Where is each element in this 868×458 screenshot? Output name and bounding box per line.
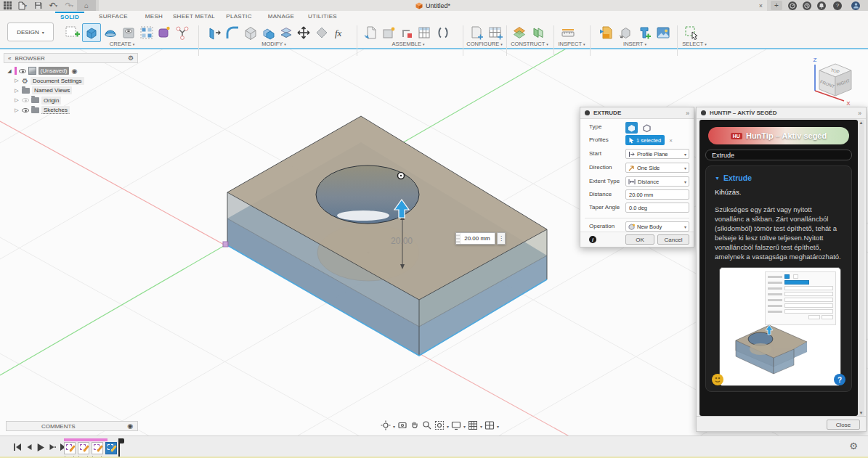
tab-plastic[interactable]: PLASTIC: [222, 12, 256, 21]
create-form-button[interactable]: [155, 23, 174, 42]
timeline-sketch3[interactable]: [92, 442, 103, 454]
timeline-sketch4-active[interactable]: [105, 442, 117, 454]
configuration-button[interactable]: [467, 23, 486, 42]
comments-dot-icon[interactable]: ◉: [127, 422, 133, 430]
fillet-button[interactable]: [223, 23, 242, 42]
timeline-step-back-button[interactable]: [23, 441, 34, 453]
hole-button[interactable]: [119, 23, 138, 42]
insert-canvas-button[interactable]: [654, 23, 673, 42]
measure-button[interactable]: [559, 23, 577, 42]
huntip-mascot-icon[interactable]: [712, 374, 723, 385]
group-select[interactable]: SELECT▾: [682, 41, 707, 47]
scroll-up-icon[interactable]: ▲: [859, 120, 864, 125]
expand-arrow-icon[interactable]: ▷: [14, 107, 20, 113]
view-cube[interactable]: Z X TOP FRONT RIGHT: [798, 54, 867, 109]
split-body-button[interactable]: [277, 23, 296, 42]
expanded-arrow-icon[interactable]: ◢: [7, 68, 12, 74]
distance-field[interactable]: [625, 189, 689, 200]
group-modify[interactable]: MODIFY▾: [261, 41, 286, 47]
topic-title-row[interactable]: ▼ Extrude: [715, 173, 843, 182]
configuration-table-button[interactable]: [486, 23, 505, 42]
start-dropdown[interactable]: Profile Plane ▾: [625, 149, 689, 159]
expand-arrow-icon[interactable]: ▷: [14, 97, 20, 103]
item-label[interactable]: Sketches: [41, 106, 70, 114]
viewports-caret[interactable]: ▾: [497, 424, 499, 429]
clear-selection-icon[interactable]: ×: [669, 137, 673, 144]
insert-svg-button[interactable]: [597, 23, 616, 42]
as-built-joint-button[interactable]: [415, 23, 434, 42]
taper-angle-field[interactable]: [625, 203, 689, 213]
collapse-panel-icon[interactable]: «: [8, 55, 11, 62]
new-tab-button[interactable]: +: [771, 1, 782, 10]
document-tab[interactable]: Untitled* ×: [99, 0, 767, 11]
zoom-icon[interactable]: [422, 420, 432, 433]
joint-button[interactable]: [173, 23, 192, 42]
change-parameters-button[interactable]: fx: [330, 23, 349, 42]
timeline-settings-gear-icon[interactable]: ⚙: [849, 441, 858, 451]
group-create[interactable]: CREATE▾: [110, 41, 134, 47]
extrude-button[interactable]: [82, 23, 101, 42]
timeline-step-forward-button[interactable]: [46, 441, 57, 453]
group-insert[interactable]: INSERT▾: [623, 41, 646, 47]
visibility-eye-icon[interactable]: [22, 98, 29, 102]
motion-study-button[interactable]: [434, 23, 453, 42]
shell-button[interactable]: [241, 23, 260, 42]
item-label[interactable]: Named Views: [32, 86, 72, 94]
look-at-icon[interactable]: [397, 420, 407, 433]
browser-item-origin[interactable]: ▷ Origin: [4, 96, 138, 106]
sketch-point[interactable]: [398, 173, 405, 179]
collapse-triangle-icon[interactable]: ▼: [715, 176, 720, 181]
browser-header[interactable]: « BROWSER ⚙: [4, 53, 138, 63]
tab-sheet-metal[interactable]: SHEET METAL: [171, 12, 217, 21]
joint-origin-button[interactable]: [397, 23, 416, 42]
orbit-caret[interactable]: ▾: [393, 424, 395, 429]
save-icon[interactable]: [31, 0, 45, 11]
select-tool-button[interactable]: [682, 23, 701, 42]
display-settings-icon[interactable]: [451, 420, 461, 433]
dimension-input-box[interactable]: [455, 232, 495, 245]
activate-radio-icon[interactable]: ◉: [71, 68, 77, 75]
expand-arrow-icon[interactable]: ▷: [14, 88, 20, 94]
timeline-playhead[interactable]: [118, 438, 120, 457]
browser-item-document-settings[interactable]: ▷ ⚙ Document Settings: [4, 76, 138, 86]
construct-axis-button[interactable]: [529, 23, 548, 42]
job-status-icon[interactable]: [803, 1, 811, 10]
home-tab[interactable]: ⌂: [77, 0, 96, 11]
press-pull-button[interactable]: [205, 23, 224, 42]
huntip-help-icon[interactable]: ?: [834, 374, 845, 385]
create-sketch-button[interactable]: [63, 23, 82, 42]
insert-mesh-button[interactable]: [616, 23, 635, 42]
group-inspect[interactable]: INSPECT▾: [558, 41, 585, 47]
combine-button[interactable]: [259, 23, 278, 42]
comments-bar[interactable]: COMMENTS ◉: [6, 421, 138, 431]
cancel-button[interactable]: Cancel: [657, 234, 689, 245]
design-workspace-selector[interactable]: DESIGN ▾: [7, 23, 54, 41]
ok-button[interactable]: OK: [625, 234, 654, 245]
new-component-button[interactable]: [361, 23, 380, 42]
huntip-search-input[interactable]: [705, 150, 852, 160]
extensions-icon[interactable]: [788, 1, 797, 10]
undo-caret[interactable]: ▾: [55, 3, 61, 8]
grid-settings-icon[interactable]: [468, 420, 478, 433]
orbit-icon[interactable]: [381, 420, 391, 433]
huntip-panel-header[interactable]: HUNTIP – AKTÍV SEGÉD »: [697, 107, 866, 119]
timeline-sketch2[interactable]: [78, 442, 89, 454]
insert-mcmaster-button[interactable]: [635, 23, 654, 42]
extrude-type-solid-button[interactable]: [625, 122, 638, 134]
visibility-eye-icon[interactable]: [19, 69, 26, 73]
profiles-selected-chip[interactable]: 1 selected: [625, 135, 665, 145]
browser-display-settings-icon[interactable]: ⚙: [128, 54, 134, 62]
item-label[interactable]: Document Settings: [31, 77, 84, 85]
viewports-icon[interactable]: [484, 420, 495, 433]
help-icon[interactable]: ?: [833, 1, 842, 10]
tab-solid[interactable]: SOLID: [55, 12, 84, 21]
pattern-button[interactable]: [137, 23, 156, 42]
direction-dropdown[interactable]: One Side ▾: [625, 163, 689, 173]
timeline-go-to-start-button[interactable]: [12, 441, 23, 453]
dimension-options-icon[interactable]: ⋮: [497, 232, 506, 245]
user-avatar[interactable]: [851, 1, 860, 10]
group-configure[interactable]: CONFIGURE▾: [466, 41, 503, 47]
visibility-eye-icon[interactable]: [22, 108, 29, 113]
notifications-bell-icon[interactable]: [817, 1, 826, 10]
extent-type-dropdown[interactable]: Distance ▾: [625, 176, 689, 187]
